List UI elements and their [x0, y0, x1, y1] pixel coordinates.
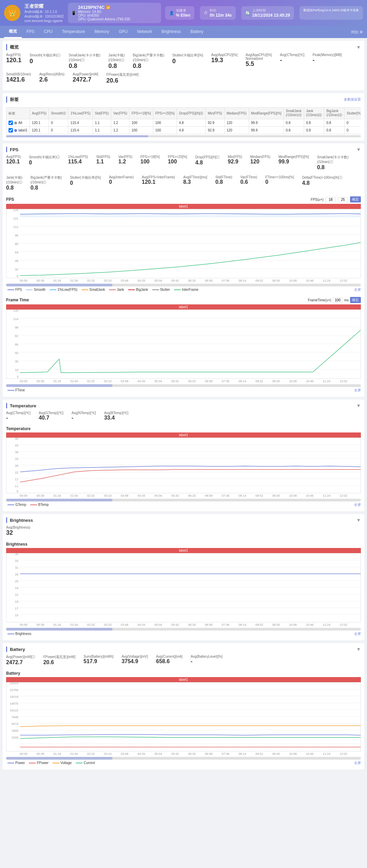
username: 王者荣耀 [24, 3, 64, 10]
stat-ctemp: Avg(CTemp)[℃] - [280, 53, 304, 70]
header-meta: 👤 创建者 % Ellen ⏱ 时长 0h 12m 34s 🔄 上传时间 18/… [165, 6, 363, 20]
brightness-scrollbar[interactable] [6, 628, 361, 631]
upload-info: 🔄 上传时间 18/11/2024 13:45:29 [241, 6, 294, 20]
fps-chart-fullscreen[interactable]: 全屏 [354, 287, 361, 292]
svg-text:0: 0 [17, 274, 18, 277]
tab-gpu[interactable]: GPU [114, 26, 132, 38]
brightness-fullscreen[interactable]: 全屏 [354, 632, 361, 636]
fps-collapse[interactable]: ▼ [356, 147, 361, 152]
frametime-fullscreen[interactable]: 全屏 [354, 388, 361, 393]
temperature-collapse[interactable]: ▼ [356, 403, 361, 408]
battery-legend: Power FPower Voltage Current [6, 760, 97, 766]
battery-stat-fpower: FPower(毫瓦里)[mW]20.6 [43, 655, 75, 666]
tab-overview[interactable]: 概览 [4, 26, 22, 38]
frametime-chart-label: label1 [6, 304, 361, 309]
battery-chart-area: 28314 23766 19218 14670 10122 7848 5574 … [6, 682, 361, 751]
svg-text:19: 19 [15, 368, 18, 372]
tab-network[interactable]: Network [132, 26, 157, 38]
fps-confirm-btn[interactable]: 確定 [350, 196, 361, 202]
svg-text:33: 33 [15, 559, 18, 563]
temperature-legend: GTemp BTemp [6, 501, 50, 508]
fps-min-input[interactable] [326, 197, 336, 202]
fps-stat-smalljank: SmallJank(卡小卡数)(/10min)ⓘ0.8 [317, 155, 349, 171]
svg-text:38: 38 [15, 450, 18, 454]
temperature-title: Temperature [10, 403, 36, 408]
device-status-icon: 📶 [106, 5, 110, 9]
temperature-fullscreen[interactable]: 全屏 [354, 502, 361, 507]
android-id: Android版本: 1001010602 [24, 14, 64, 19]
temp-stat-ntemp: Avg(NTemp)[℃]- [71, 411, 96, 421]
svg-text:24: 24 [15, 586, 18, 590]
fps-stat-25: FPS>=25[%]100 [168, 155, 187, 171]
battery-footer: Power FPower Voltage Current 全屏 [6, 760, 361, 766]
tab-brightness[interactable]: Brightness [157, 26, 186, 38]
battery-x-labels: 00:0000:3801:1601:5402:3203:1003:4804:26… [6, 751, 361, 756]
battery-stats: Avg(Power)[mW]ⓘ2472.7 FPower(毫瓦里)[mW]20.… [6, 655, 361, 668]
creator-info: 👤 创建者 % Ellen [165, 6, 195, 20]
clock-icon: ⏱ [204, 11, 208, 15]
svg-text:35: 35 [15, 553, 18, 556]
svg-text:48: 48 [15, 259, 18, 263]
brightness-stats: Avg(Brightness) 32 [6, 526, 361, 539]
overview-collapse[interactable]: ▼ [356, 45, 361, 50]
table-scrollbar[interactable] [6, 135, 361, 137]
frametime-confirm-btn[interactable]: 確定 [350, 297, 361, 303]
fps-stat-median: Median(FPS)120 [250, 155, 270, 171]
fps-stat-avg: Avg(FPS)120.1 [6, 155, 21, 171]
temperature-scrollbar[interactable] [6, 499, 361, 501]
frametime-chart-title: Frame Time [6, 298, 29, 302]
fps-stats-1: Avg(FPS)120.1 Smooth(卡顿比率)ⓘ0 1%Low(FPS)1… [6, 155, 361, 173]
tab-fps[interactable]: FPS [22, 26, 39, 38]
stat-send: Send(KB/10min) 1421.6 [6, 72, 31, 84]
svg-text:50: 50 [15, 351, 18, 355]
svg-text:130: 130 [13, 310, 18, 312]
nav-compare[interactable]: 对比 ⚙ [351, 30, 363, 35]
stat-big-jank: BigJank(严重卡卡数)(/10min)ⓘ 0.8 [133, 53, 164, 70]
frametime-value-input[interactable] [333, 298, 343, 303]
battery-fullscreen[interactable]: 全屏 [354, 761, 361, 765]
temperature-chart-label: label1 [6, 432, 361, 438]
svg-text:17: 17 [15, 607, 18, 610]
battery-chart-header: Battery [6, 671, 361, 676]
fps-max-input[interactable] [338, 197, 348, 202]
fps-stat-interframe: Avg(InterFrame)0 [109, 175, 134, 191]
upload-label: 上传时间 [252, 8, 290, 13]
app-header: 👑 王者荣耀 Android版本: 10.1.1.6 Android版本: 10… [0, 0, 367, 26]
svg-text:121: 121 [13, 217, 18, 220]
battery-stat-level: Avg(BatteryLevel)[%]- [191, 655, 223, 666]
svg-text:1026: 1026 [12, 736, 18, 739]
svg-text:26: 26 [15, 580, 18, 583]
tags-config[interactable]: 多数据设置 [344, 97, 361, 102]
stat-app-cpu: Avg(AppCPU)[%] 19.3 [211, 53, 238, 70]
frametime-chart-header: Frame Time FrameTime(≥×) ms 確定 [6, 297, 361, 303]
device-gpu: GPU: Qualcomm Adreno (TM) 830 [78, 17, 130, 21]
brightness-collapse[interactable]: ▼ [356, 517, 361, 523]
stat-peak-memory: Peak(Memory)[MB] - [313, 53, 342, 70]
battery-scrollbar-thumb [6, 757, 112, 760]
frametime-footer: FTime 全屏 [6, 387, 361, 393]
frametime-scrollbar[interactable] [6, 384, 361, 387]
fps-chart-scrollbar[interactable] [6, 284, 361, 286]
battery-section: Battery ▼ Avg(Power)[mW]ⓘ2472.7 FPower(毫… [3, 643, 364, 769]
duration-value: 0h 12m 34s [210, 13, 232, 18]
overview-header: 概览 ▼ [6, 44, 361, 50]
battery-scrollbar[interactable] [6, 757, 361, 760]
tab-memory[interactable]: Memory [90, 26, 114, 38]
svg-text:6: 6 [17, 490, 18, 492]
fps-chart-label: label1 [6, 204, 361, 209]
svg-text:43: 43 [15, 444, 18, 447]
brightness-scrollbar-thumb [6, 628, 112, 631]
battery-stat-sum: Sum(Battery)[mWh]517.9 [84, 655, 113, 666]
tab-temperature[interactable]: Temperature [57, 26, 90, 38]
user-info: 王者荣耀 Android版本: 10.1.1.6 Android版本: 1001… [24, 3, 64, 23]
brightness-legend: Brightness [6, 631, 33, 637]
nav-tabs: 概览 FPS CPU Temperature Memory GPU Networ… [0, 26, 367, 38]
table-scrollbar-thumb [6, 135, 148, 137]
tab-cpu[interactable]: CPU [39, 26, 57, 38]
svg-text:3300: 3300 [12, 729, 18, 732]
tab-battery[interactable]: Battery [186, 26, 208, 38]
package: com.tencent.tmgp.sgame [24, 19, 64, 23]
svg-text:96: 96 [15, 234, 18, 237]
temperature-footer: GTemp BTemp 全屏 [6, 501, 361, 508]
battery-collapse[interactable]: ▼ [356, 646, 361, 652]
